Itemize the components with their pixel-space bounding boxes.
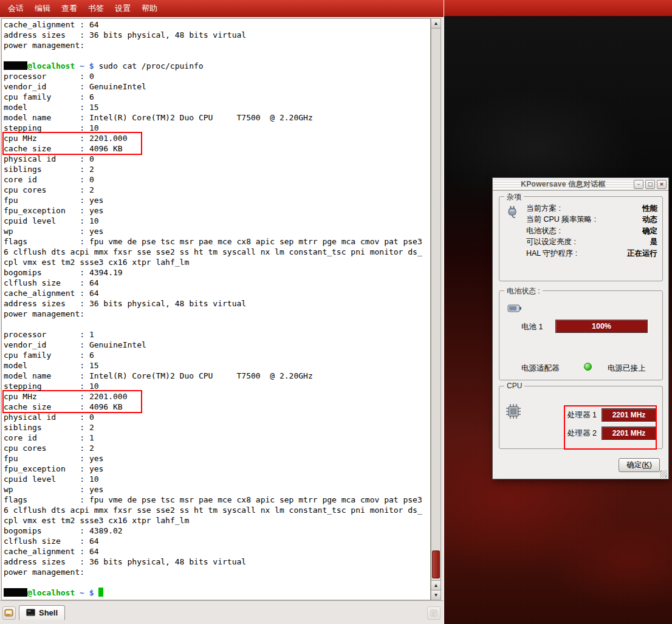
terminal-output-line: [4, 50, 430, 61]
terminal-cursor: [98, 588, 103, 597]
ok-accel-key: K: [644, 461, 649, 469]
terminal-output-line: cpu family : 6: [4, 350, 430, 360]
terminal-output[interactable]: cache_alignment : 64address sizes : 36 b…: [1, 18, 431, 600]
prompt-command: sudo cat /proc/cpuinfo: [98, 61, 203, 70]
prompt-path: ~ $: [75, 61, 98, 70]
terminal-output-line: power management:: [4, 40, 430, 50]
redacted-username: [4, 588, 27, 597]
scrollbar-thumb[interactable]: [432, 550, 440, 578]
menu-edit[interactable]: 编辑: [29, 0, 56, 17]
maximize-button[interactable]: □: [645, 180, 655, 189]
dialog-title: KPowersave 信息对话框: [495, 179, 632, 190]
misc-label: 当前方案 :: [526, 204, 561, 214]
misc-value: 性能: [642, 204, 657, 214]
misc-row-cpu-policy: 当前 CPU 频率策略 : 动态: [526, 214, 657, 226]
terminal-output-line: physical id : 0: [4, 154, 430, 164]
ok-label: 确定(: [626, 461, 644, 469]
terminal-output-line: vendor_id : GenuineIntel: [4, 81, 430, 92]
terminal-output-line: cpuid level : 10: [4, 474, 430, 484]
terminal-output-line: clflush size : 64: [4, 536, 430, 546]
misc-row-battery-state: 电池状态 : 确定: [526, 225, 657, 237]
misc-value: 确定: [642, 226, 657, 236]
ac-adapter-led-icon: [584, 363, 592, 371]
battery-icon: [507, 303, 522, 315]
terminal-output-line: cpl vmx est tm2 ssse3 cx16 xtpr lahf_lm: [4, 257, 430, 267]
terminal-output-line: 6 clflush dts acpi mmx fxsr sse sse2 ss …: [4, 247, 430, 257]
terminal-output-line: address sizes : 36 bits physical, 48 bit…: [4, 30, 430, 40]
terminal-output-line: [4, 577, 430, 588]
terminal-output-line: stepping : 10: [4, 123, 430, 133]
terminal-output-line: 6 clflush dts acpi mmx fxsr sse sse2 ss …: [4, 505, 430, 515]
menu-bookmarks[interactable]: 书签: [83, 0, 109, 17]
kpowersave-icon: [505, 205, 519, 222]
menu-settings[interactable]: 设置: [109, 0, 136, 17]
ac-adapter-label: 电源适配器: [521, 363, 560, 374]
terminal-output-line: model : 15: [4, 360, 430, 371]
terminal-prompt-line: @localhost ~ $ sudo cat /proc/cpuinfo: [4, 61, 430, 71]
ok-button[interactable]: 确定(K): [619, 458, 660, 472]
cpu1-frequency-bar: 2201 MHz: [602, 408, 656, 422]
terminal-output-line: siblings : 2: [4, 164, 430, 174]
dialog-titlebar[interactable]: KPowersave 信息对话框 – □ ×: [493, 178, 668, 191]
misc-row-hal-daemon: HAL 守护程序 : 正在运行: [526, 248, 657, 259]
terminal-output-line: cache size : 4096 KB: [4, 402, 141, 412]
terminal-scrollbar[interactable]: ▲ ▲ ▼: [431, 18, 441, 600]
misc-value: 正在运行: [627, 249, 657, 259]
kpowersave-info-dialog: KPowersave 信息对话框 – □ × 杂项 当前方案 : 性能 当前 C…: [492, 177, 669, 479]
scrollbar-up-button-2[interactable]: ▲: [431, 580, 441, 590]
new-session-button[interactable]: [2, 606, 16, 620]
terminal-output-line: physical id : 0: [4, 412, 430, 422]
terminal-output-line: cpu MHz : 2201.000: [4, 133, 141, 143]
session-list-icon: [430, 609, 438, 617]
terminal-output-line: vendor_id : GenuineIntel: [4, 340, 430, 350]
terminal-output-line: core id : 0: [4, 174, 430, 185]
terminal-output-line: processor : 1: [4, 329, 430, 340]
konsole-window: 会话 编辑 查看 书签 设置 帮助 cache_alignment : 64ad…: [0, 0, 444, 624]
terminal-output-line: cpu cores : 2: [4, 185, 430, 195]
prompt-host: @localhost: [27, 588, 75, 597]
terminal-output-line: cache_alignment : 64: [4, 288, 430, 298]
tab-shell[interactable]: Shell: [19, 605, 65, 620]
terminal-output-line: core id : 1: [4, 433, 430, 443]
close-button[interactable]: ×: [657, 180, 667, 189]
terminal-output-line: power management:: [4, 309, 430, 319]
group-cpu-legend: CPU: [504, 382, 524, 390]
resize-grip[interactable]: [660, 470, 667, 478]
group-cpu: CPU 处理器 1 2201 MHz 处理器 2 2201 MHz: [499, 386, 663, 449]
terminal-output-line: cpuid level : 10: [4, 216, 430, 226]
terminal-output-line: wp : yes: [4, 484, 430, 495]
battery-label: 电池 1: [521, 322, 543, 332]
terminal-output-line: flags : fpu vme de pse tsc msr pae mce c…: [4, 236, 430, 247]
menu-help[interactable]: 帮助: [136, 0, 163, 17]
tab-label: Shell: [39, 608, 58, 617]
battery-progressbar: 100%: [555, 320, 648, 333]
misc-value: 动态: [642, 214, 657, 225]
terminal-output-line: address sizes : 36 bits physical, 48 bit…: [4, 298, 430, 309]
misc-label: 当前 CPU 频率策略 :: [526, 214, 596, 225]
session-list-button[interactable]: [427, 606, 441, 620]
misc-label: 可以设定亮度 :: [526, 237, 576, 247]
terminal-output-line: model : 15: [4, 102, 430, 112]
misc-row-brightness: 可以设定亮度 : 是: [526, 237, 657, 249]
group-miscellaneous: 杂项 当前方案 : 性能 当前 CPU 频率策略 : 动态 电池状态 : 确定: [499, 196, 663, 281]
terminal-output-line: address sizes : 36 bits physical, 48 bit…: [4, 557, 430, 567]
terminal-prompt-line: @localhost ~ $: [4, 588, 430, 598]
terminal-output-line: stepping : 10: [4, 381, 430, 391]
scrollbar-down-button[interactable]: ▼: [431, 590, 441, 600]
terminal-output-line: power management:: [4, 567, 430, 577]
terminal-output-line: model name : Intel(R) Core(TM)2 Duo CPU …: [4, 112, 430, 123]
cpu1-label: 处理器 1: [567, 410, 598, 420]
menu-view[interactable]: 查看: [56, 0, 83, 17]
minimize-button[interactable]: –: [634, 180, 643, 189]
konsole-tabbar: Shell: [0, 600, 444, 624]
terminal-output-line: cpu family : 6: [4, 92, 430, 102]
terminal-output-line: model name : Intel(R) Core(TM)2 Duo CPU …: [4, 371, 430, 381]
terminal-output-line: bogomips : 4389.02: [4, 526, 430, 536]
terminal-output-line: cpu MHz : 2201.000: [4, 391, 141, 402]
scrollbar-up-button[interactable]: ▲: [431, 19, 441, 29]
cpu-row-1: 处理器 1 2201 MHz: [567, 408, 656, 422]
prompt-path: ~ $: [75, 588, 98, 597]
cpu-row-2: 处理器 2 2201 MHz: [567, 427, 656, 440]
menu-session[interactable]: 会话: [2, 0, 29, 17]
terminal-output-line: fpu_exception : yes: [4, 205, 430, 216]
